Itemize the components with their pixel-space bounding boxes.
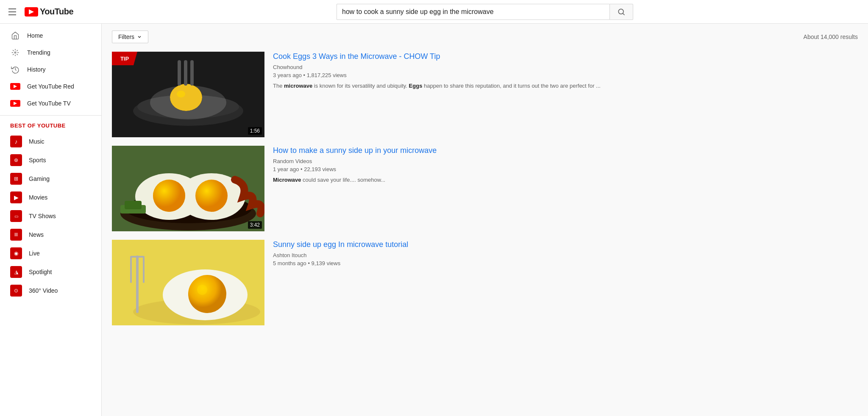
news-icon: ≡ <box>10 229 22 241</box>
sidebar-item-music[interactable]: ♪ Music <box>0 132 101 151</box>
search-icon <box>617 8 626 16</box>
sidebar-item-360-video-label: 360° Video <box>29 287 58 294</box>
sidebar-item-movies-label: Movies <box>29 194 47 201</box>
sidebar-item-sports-label: Sports <box>29 157 46 164</box>
video-title-1[interactable]: Cook Eggs 3 Ways in the Microwave - CHOW… <box>273 52 858 61</box>
header-left: YouTube <box>7 7 108 17</box>
svg-point-20 <box>195 180 228 212</box>
home-icon <box>10 31 20 41</box>
video-desc-1: The microwave is known for its versatili… <box>273 82 858 90</box>
video-channel-1: Chowhound <box>273 64 858 70</box>
trending-icon <box>10 47 20 58</box>
table-row: 3:42 How to make a sunny side up in your… <box>112 146 858 231</box>
youtube-logo[interactable]: YouTube <box>25 7 73 17</box>
tv-shows-icon: ▭ <box>10 210 22 222</box>
history-icon <box>10 64 20 75</box>
video-info-2: How to make a sunny side up in your micr… <box>273 146 858 231</box>
main-layout: Home Trending History <box>0 24 868 332</box>
svg-rect-22 <box>125 201 142 209</box>
sidebar-item-news-label: News <box>29 231 44 238</box>
sidebar-item-sports[interactable]: ⊛ Sports <box>0 151 101 169</box>
sidebar-item-live[interactable]: ◉ Live <box>0 244 101 263</box>
spotlight-icon: ◮ <box>10 266 22 278</box>
sidebar-item-history-label: History <box>27 66 46 73</box>
sidebar-item-spotlight-label: Spotlight <box>29 269 52 275</box>
results-count: About 14,000 results <box>804 33 858 40</box>
video-meta-1: 3 years ago • 1,817,225 views <box>273 72 858 78</box>
svg-point-0 <box>618 9 623 14</box>
movies-icon: ▶ <box>10 191 22 203</box>
filters-button[interactable]: Filters <box>112 31 148 43</box>
main-content: Filters About 14,000 results <box>102 24 868 332</box>
svg-rect-10 <box>178 60 181 86</box>
filter-bar: Filters About 14,000 results <box>112 31 858 43</box>
sidebar-item-history[interactable]: History <box>0 61 101 78</box>
yt-tv-icon <box>10 98 20 108</box>
tip-badge: TIP <box>112 52 137 65</box>
yt-red-icon <box>10 81 20 92</box>
sidebar-item-yt-red-label: Get YouTube Red <box>27 83 74 90</box>
svg-point-26 <box>188 275 226 313</box>
svg-point-2 <box>14 52 16 53</box>
live-icon: ◉ <box>10 247 22 259</box>
youtube-logo-text: YouTube <box>40 7 73 17</box>
svg-line-1 <box>623 13 625 15</box>
sidebar-item-home[interactable]: Home <box>0 27 101 44</box>
sidebar-item-trending-label: Trending <box>27 49 50 56</box>
video-thumbnail-1[interactable]: TIP 1:56 <box>112 52 264 137</box>
video-thumbnail-2[interactable]: 3:42 <box>112 146 264 231</box>
search-area <box>337 4 633 20</box>
duration-badge-1: 1:56 <box>248 127 262 135</box>
sidebar-item-yt-red[interactable]: Get YouTube Red <box>0 78 101 95</box>
sidebar-item-gaming[interactable]: ⊞ Gaming <box>0 169 101 188</box>
filters-label: Filters <box>118 33 134 40</box>
video-info-1: Cook Eggs 3 Ways in the Microwave - CHOW… <box>273 52 858 137</box>
chevron-down-icon <box>137 34 142 39</box>
sidebar-item-music-label: Music <box>29 138 45 145</box>
svg-rect-11 <box>184 60 187 86</box>
video-list: TIP 1:56 Cook Eggs 3 Ways in the Microwa… <box>112 52 858 325</box>
sidebar-item-gaming-label: Gaming <box>29 175 50 182</box>
search-button[interactable] <box>609 4 633 20</box>
sidebar-item-trending[interactable]: Trending <box>0 44 101 61</box>
svg-point-8 <box>170 84 202 111</box>
sidebar-item-tv-shows-label: TV Shows <box>29 213 56 219</box>
sports-icon: ⊛ <box>10 154 22 166</box>
svg-point-9 <box>177 91 185 97</box>
sidebar-item-news[interactable]: ≡ News <box>0 225 101 244</box>
menu-button[interactable] <box>7 7 18 17</box>
svg-point-27 <box>197 285 207 295</box>
sidebar-item-yt-tv[interactable]: Get YouTube TV <box>0 95 101 112</box>
svg-rect-12 <box>190 60 194 86</box>
sidebar-item-live-label: Live <box>29 250 40 257</box>
sidebar-item-spotlight[interactable]: ◮ Spotlight <box>0 263 101 281</box>
video-channel-2: Random Videos <box>273 158 858 164</box>
360-video-icon: ⊙ <box>10 285 22 297</box>
video-meta-2: 1 year ago • 22,193 views <box>273 166 858 172</box>
duration-badge-2: 3:42 <box>248 221 262 229</box>
video-desc-2: Microwave could save your life.... someh… <box>273 176 858 184</box>
sidebar-item-tv-shows[interactable]: ▭ TV Shows <box>0 207 101 225</box>
sidebar-divider <box>0 115 101 116</box>
video-thumbnail-3[interactable] <box>112 240 264 325</box>
search-input[interactable] <box>337 4 609 20</box>
video-channel-3: Ashton Itouch <box>273 252 858 258</box>
table-row: Sunny side up egg In microwave tutorial … <box>112 240 858 325</box>
gaming-icon: ⊞ <box>10 173 22 185</box>
header: YouTube <box>0 0 868 24</box>
best-of-youtube-title: BEST OF YOUTUBE <box>0 119 101 132</box>
sidebar-item-movies[interactable]: ▶ Movies <box>0 188 101 207</box>
table-row: TIP 1:56 Cook Eggs 3 Ways in the Microwa… <box>112 52 858 137</box>
svg-point-19 <box>153 180 185 212</box>
music-icon: ♪ <box>10 136 22 147</box>
sidebar-item-360-video[interactable]: ⊙ 360° Video <box>0 281 101 300</box>
video-info-3: Sunny side up egg In microwave tutorial … <box>273 240 858 325</box>
youtube-logo-icon <box>25 7 38 17</box>
video-meta-3: 5 months ago • 9,139 views <box>273 260 858 266</box>
video-title-2[interactable]: How to make a sunny side up in your micr… <box>273 146 858 155</box>
sidebar-item-home-label: Home <box>27 32 43 39</box>
video-title-3[interactable]: Sunny side up egg In microwave tutorial <box>273 240 858 250</box>
sidebar-item-yt-tv-label: Get YouTube TV <box>27 100 71 107</box>
sidebar: Home Trending History <box>0 24 102 332</box>
